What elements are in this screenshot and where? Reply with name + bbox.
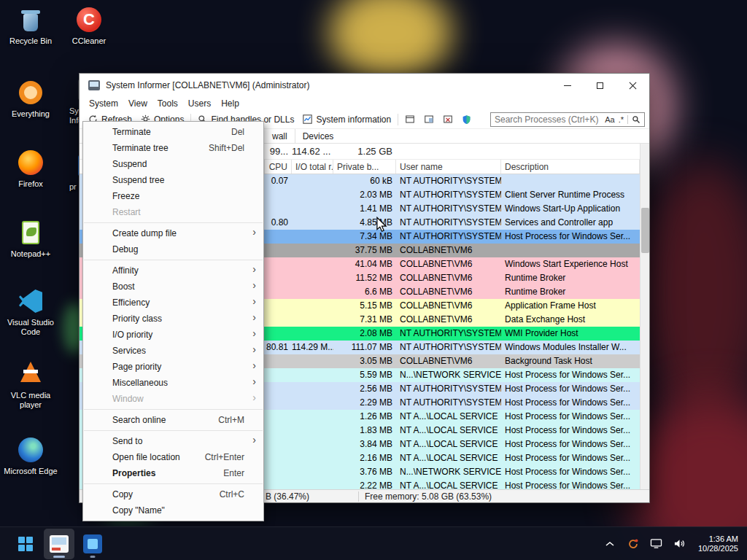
titlebar[interactable]: System Informer [COLLABNET\VM6] (Adminis… bbox=[80, 74, 649, 97]
desktop-icon-label: Firefox bbox=[3, 179, 58, 189]
desktop-icon-vscode[interactable]: Visual Studio Code bbox=[3, 287, 58, 337]
cell-user: NT A...\LOCAL SERVICE bbox=[396, 410, 501, 424]
tab-devices[interactable]: Devices bbox=[295, 129, 341, 143]
menubar-item-view[interactable]: View bbox=[123, 98, 152, 109]
cell-io bbox=[292, 479, 333, 489]
cell-user: NT AUTHORITY\SYSTEM bbox=[396, 396, 501, 410]
context-menu-item-copy[interactable]: CopyCtrl+C bbox=[83, 486, 263, 502]
context-menu-item-terminate-tree[interactable]: Terminate treeShift+Del bbox=[83, 140, 263, 156]
desktop-icon-label: Recycle Bin bbox=[3, 36, 58, 46]
close-window-button[interactable] bbox=[438, 112, 457, 126]
context-menu-item-affinity[interactable]: Affinity› bbox=[83, 262, 263, 279]
cell-private: 2.29 MB bbox=[333, 396, 396, 410]
submenu-arrow-icon: › bbox=[252, 295, 256, 307]
context-menu-item-priority-class[interactable]: Priority class› bbox=[83, 311, 263, 327]
cell-user: NT A...\LOCAL SERVICE bbox=[396, 451, 501, 465]
desktop-icon-edge[interactable]: Microsoft Edge bbox=[3, 436, 58, 476]
desktop-icon-label: Microsoft Edge bbox=[3, 467, 58, 476]
column-header-cpu[interactable]: CPU bbox=[265, 160, 292, 174]
tray-volume-icon[interactable] bbox=[672, 536, 688, 552]
minimize-button[interactable] bbox=[551, 74, 584, 97]
cell-io bbox=[292, 368, 333, 382]
cell-desc: Runtime Broker bbox=[501, 271, 640, 285]
context-menu-item-search-online[interactable]: Search onlineCtrl+M bbox=[83, 412, 263, 428]
system-information-button[interactable]: System information bbox=[298, 112, 395, 127]
menubar-item-tools[interactable]: Tools bbox=[152, 98, 183, 109]
tab-wall[interactable]: wall bbox=[265, 129, 295, 143]
vertical-scrollbar[interactable] bbox=[640, 144, 649, 489]
menu-item-label: Miscellaneous bbox=[112, 378, 168, 388]
context-menu-item-efficiency[interactable]: Efficiency› bbox=[83, 295, 263, 311]
taskbar-app-blue[interactable] bbox=[77, 529, 108, 559]
start-button[interactable] bbox=[10, 529, 41, 559]
cell-cpu bbox=[265, 327, 292, 341]
menu-item-label: Efficiency bbox=[112, 298, 150, 308]
search-input[interactable]: Search Processes (Ctrl+K) Aa .* bbox=[490, 112, 645, 127]
cell-io bbox=[292, 465, 333, 479]
desktop-icon-recycle-bin[interactable]: Recycle Bin bbox=[3, 6, 58, 46]
cell-private: 41.04 MB bbox=[333, 257, 396, 271]
context-menu-item-create-dump-file[interactable]: Create dump file› bbox=[83, 225, 263, 241]
menu-item-label: Search online bbox=[112, 415, 166, 425]
edge-icon bbox=[17, 436, 44, 464]
hidden-icons-chevron[interactable] bbox=[602, 536, 618, 552]
context-menu-item-debug[interactable]: Debug bbox=[83, 241, 263, 257]
maximize-button[interactable] bbox=[584, 74, 616, 97]
total-io: 114.62 ... bbox=[292, 144, 333, 159]
cell-private: 2.56 MB bbox=[333, 382, 396, 396]
menubar-item-users[interactable]: Users bbox=[183, 98, 216, 109]
desktop-icon-notepadpp[interactable]: Notepad++ bbox=[3, 219, 58, 259]
context-menu-item-suspend[interactable]: Suspend bbox=[83, 156, 263, 172]
taskbar-app-system-informer[interactable] bbox=[44, 529, 74, 559]
search-icon[interactable] bbox=[632, 115, 640, 124]
cell-cpu bbox=[265, 479, 292, 489]
menu-item-label: Create dump file bbox=[112, 228, 177, 238]
taskbar-clock[interactable]: 1:36 AM 10/28/2025 bbox=[695, 534, 738, 553]
scrollbar-thumb[interactable] bbox=[641, 208, 649, 253]
menubar-item-help[interactable]: Help bbox=[216, 98, 244, 109]
context-menu-item-i-o-priority[interactable]: I/O priority› bbox=[83, 327, 263, 343]
cell-private: 7.31 MB bbox=[333, 313, 396, 327]
context-menu-item-copy-name[interactable]: Copy "Name" bbox=[83, 502, 263, 518]
everything-icon bbox=[17, 79, 44, 106]
desktop-icon-ccleaner[interactable]: CCleaner bbox=[61, 6, 117, 46]
cell-user: NT AUTHORITY\SYSTEM bbox=[396, 174, 501, 188]
submenu-arrow-icon: › bbox=[252, 343, 256, 355]
context-menu-item-send-to[interactable]: Send to› bbox=[83, 433, 263, 449]
context-menu-item-services[interactable]: Services› bbox=[83, 343, 263, 359]
monitor-icon bbox=[650, 538, 662, 549]
cell-private: 11.52 MB bbox=[333, 271, 396, 285]
window-panel-icon bbox=[424, 114, 434, 124]
always-on-top-button[interactable] bbox=[400, 112, 419, 126]
cell-private: 3.05 MB bbox=[333, 354, 396, 368]
menubar-item-system[interactable]: System bbox=[84, 98, 123, 109]
cell-io bbox=[292, 244, 333, 257]
context-menu-item-terminate[interactable]: TerminateDel bbox=[83, 124, 263, 140]
column-header-io-total[interactable]: I/O total r... bbox=[292, 160, 333, 174]
context-menu-item-restart[interactable]: Restart bbox=[83, 204, 263, 220]
tray-window-button[interactable] bbox=[419, 112, 438, 126]
desktop-icon-vlc[interactable]: VLC media player bbox=[3, 360, 58, 410]
regex-toggle[interactable]: .* bbox=[619, 115, 624, 124]
context-menu-item-window[interactable]: Window› bbox=[83, 391, 263, 407]
menu-item-shortcut: Enter bbox=[223, 468, 244, 478]
column-header-user-name[interactable]: User name bbox=[396, 160, 501, 174]
tray-sync-icon[interactable] bbox=[625, 536, 641, 552]
desktop-icon-everything[interactable]: Everything bbox=[3, 79, 58, 119]
column-header-private-bytes[interactable]: Private b... bbox=[333, 160, 396, 174]
context-menu-item-freeze[interactable]: Freeze bbox=[83, 188, 263, 204]
context-menu-item-miscellaneous[interactable]: Miscellaneous› bbox=[83, 375, 263, 391]
security-shield-button[interactable] bbox=[457, 112, 476, 127]
context-menu-item-open-file-location[interactable]: Open file locationCtrl+Enter bbox=[83, 449, 263, 465]
cell-user: NT AUTHORITY\SYSTEM bbox=[396, 382, 501, 396]
desktop-icon-firefox[interactable]: Firefox bbox=[3, 149, 58, 189]
column-header-description[interactable]: Description bbox=[501, 160, 640, 174]
close-button[interactable] bbox=[616, 74, 649, 97]
context-menu-item-boost[interactable]: Boost› bbox=[83, 279, 263, 295]
match-case-toggle[interactable]: Aa bbox=[605, 115, 614, 124]
context-menu-item-properties[interactable]: PropertiesEnter bbox=[83, 465, 263, 481]
context-menu-item-suspend-tree[interactable]: Suspend tree bbox=[83, 172, 263, 188]
tray-display-icon[interactable] bbox=[649, 536, 665, 552]
blue-app-taskbar-icon bbox=[83, 534, 102, 553]
context-menu-item-page-priority[interactable]: Page priority› bbox=[83, 359, 263, 375]
